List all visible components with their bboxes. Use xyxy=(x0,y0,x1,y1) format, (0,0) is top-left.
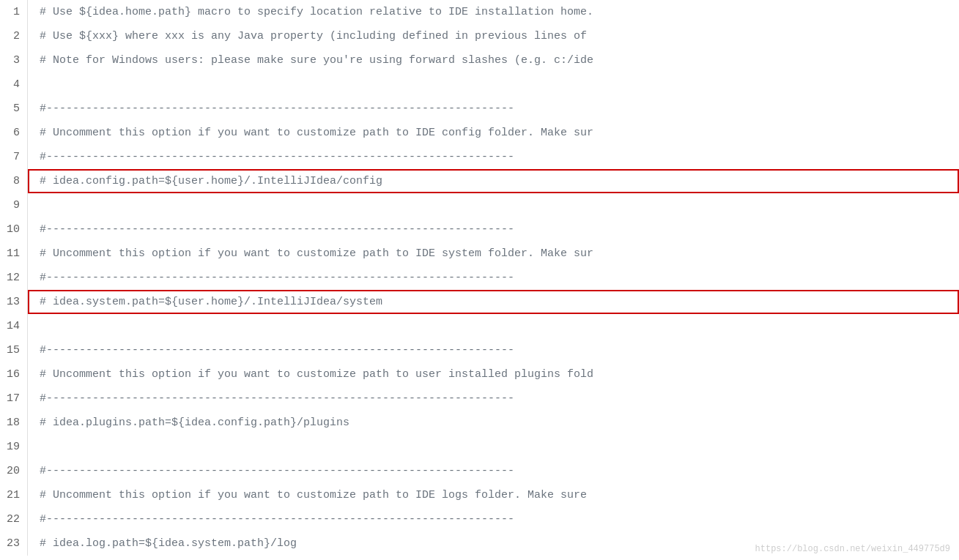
code-line: 19 xyxy=(0,435,959,459)
code-line: 15#-------------------------------------… xyxy=(0,338,959,362)
line-content: #---------------------------------------… xyxy=(28,507,959,531)
line-number: 16 xyxy=(0,362,28,387)
line-number: 23 xyxy=(0,531,28,556)
line-number: 3 xyxy=(0,48,28,72)
line-content: # Uncomment this option if you want to c… xyxy=(28,242,959,266)
code-line: 8# idea.config.path=${user.home}/.Intell… xyxy=(0,169,959,193)
line-number: 22 xyxy=(0,507,28,531)
code-line: 21# Uncomment this option if you want to… xyxy=(0,483,959,507)
code-line: 2# Use ${xxx} where xxx is any Java prop… xyxy=(0,24,959,48)
line-content: #---------------------------------------… xyxy=(28,97,959,121)
line-number: 6 xyxy=(0,121,28,145)
code-line: 20#-------------------------------------… xyxy=(0,459,959,483)
line-content: # Uncomment this option if you want to c… xyxy=(28,362,959,387)
line-number: 11 xyxy=(0,242,28,266)
code-line: 16# Uncomment this option if you want to… xyxy=(0,362,959,387)
code-line: 6# Uncomment this option if you want to … xyxy=(0,121,959,145)
line-content: # Use ${xxx} where xxx is any Java prope… xyxy=(28,24,959,48)
line-number: 17 xyxy=(0,387,28,411)
code-line: 13# idea.system.path=${user.home}/.Intel… xyxy=(0,290,959,314)
line-number: 20 xyxy=(0,459,28,483)
line-number: 9 xyxy=(0,193,28,217)
line-number: 21 xyxy=(0,483,28,507)
line-number: 8 xyxy=(0,169,28,193)
code-line: 11# Uncomment this option if you want to… xyxy=(0,242,959,266)
line-content xyxy=(28,314,959,338)
line-content: # Uncomment this option if you want to c… xyxy=(28,121,959,145)
line-number: 14 xyxy=(0,314,28,338)
line-content: #---------------------------------------… xyxy=(28,338,959,362)
line-content: # Uncomment this option if you want to c… xyxy=(28,483,959,507)
line-content: #---------------------------------------… xyxy=(28,266,959,290)
line-content xyxy=(28,435,959,459)
code-line: 3# Note for Windows users: please make s… xyxy=(0,48,959,72)
line-number: 1 xyxy=(0,0,28,24)
code-line: 12#-------------------------------------… xyxy=(0,266,959,290)
line-number: 19 xyxy=(0,435,28,459)
line-content xyxy=(28,193,959,217)
code-line: 4 xyxy=(0,72,959,97)
code-line: 7#--------------------------------------… xyxy=(0,145,959,169)
line-content: # idea.config.path=${user.home}/.Intelli… xyxy=(28,169,959,193)
line-number: 12 xyxy=(0,266,28,290)
watermark-text: https://blog.csdn.net/weixin_449775d9 xyxy=(755,544,950,554)
line-content: # idea.plugins.path=${idea.config.path}/… xyxy=(28,411,959,435)
line-number: 4 xyxy=(0,72,28,97)
line-number: 18 xyxy=(0,411,28,435)
code-line: 9 xyxy=(0,193,959,217)
code-line: 17#-------------------------------------… xyxy=(0,387,959,411)
line-number: 10 xyxy=(0,217,28,242)
line-content: # Use ${idea.home.path} macro to specify… xyxy=(28,0,959,24)
line-content xyxy=(28,72,959,97)
line-number: 7 xyxy=(0,145,28,169)
line-content: #---------------------------------------… xyxy=(28,217,959,242)
line-content: #---------------------------------------… xyxy=(28,387,959,411)
code-line: 22#-------------------------------------… xyxy=(0,507,959,531)
code-editor: 1# Use ${idea.home.path} macro to specif… xyxy=(0,0,959,560)
code-line: 1# Use ${idea.home.path} macro to specif… xyxy=(0,0,959,24)
line-content: #---------------------------------------… xyxy=(28,459,959,483)
line-number: 2 xyxy=(0,24,28,48)
code-line: 5#--------------------------------------… xyxy=(0,97,959,121)
line-content: #---------------------------------------… xyxy=(28,145,959,169)
line-number: 15 xyxy=(0,338,28,362)
line-number: 5 xyxy=(0,97,28,121)
line-number: 13 xyxy=(0,290,28,314)
code-line: 14 xyxy=(0,314,959,338)
line-content: # idea.system.path=${user.home}/.Intelli… xyxy=(28,290,959,314)
code-line: 18# idea.plugins.path=${idea.config.path… xyxy=(0,411,959,435)
line-content: # Note for Windows users: please make su… xyxy=(28,48,959,72)
code-line: 10#-------------------------------------… xyxy=(0,217,959,242)
